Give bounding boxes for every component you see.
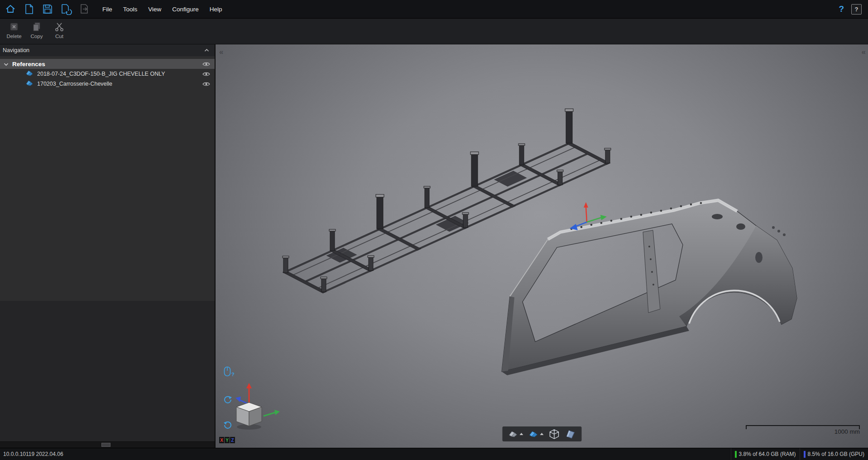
mouse-navigation-hint-button[interactable]: ? xyxy=(224,366,235,377)
application-window: File Tools View Configure Help ? ? Delet… xyxy=(0,0,868,460)
chevron-up-icon xyxy=(204,48,209,52)
scrollbar-thumb[interactable] xyxy=(101,443,110,447)
panel-collapse-button[interactable] xyxy=(204,48,209,52)
view-orientation-cube[interactable] xyxy=(231,382,281,431)
help-button[interactable]: ? xyxy=(839,4,844,14)
car-body-model[interactable] xyxy=(502,200,797,375)
menu-help[interactable]: Help xyxy=(204,0,228,19)
ram-usage-indicator: 3.8% of 64.0 GB (RAM) xyxy=(731,448,800,460)
cad-display-mode-button[interactable] xyxy=(527,430,545,439)
context-help-button[interactable]: ? xyxy=(851,4,862,15)
mesh-gray-icon xyxy=(508,431,518,438)
menu-tools[interactable]: Tools xyxy=(118,0,143,19)
menu-view[interactable]: View xyxy=(143,0,167,19)
edit-toolbar: Delete Copy Cut xyxy=(0,19,868,44)
home-icon xyxy=(5,4,16,15)
navigation-panel-header[interactable]: Navigation xyxy=(0,44,215,56)
ram-indicator-bar xyxy=(735,451,737,458)
collapse-right-panel-button[interactable]: « xyxy=(862,48,866,56)
scale-bar: 1000 mm xyxy=(746,425,860,435)
gpu-usage-indicator: 8.5% of 16.0 GB (GPU) xyxy=(800,448,868,460)
delete-button[interactable]: Delete xyxy=(3,20,25,39)
cut-button[interactable]: Cut xyxy=(48,20,71,39)
tree-group-references[interactable]: References xyxy=(0,59,215,69)
viewport-3d[interactable]: « « ? xyxy=(216,44,868,448)
axis-y-label: Y xyxy=(225,437,230,443)
mesh-display-mode-button[interactable] xyxy=(507,430,524,439)
version-text: 10.0.0.10119 2022.04.06 xyxy=(0,451,63,457)
boxed-question-icon: ? xyxy=(855,6,858,13)
menu-configure[interactable]: Configure xyxy=(167,0,204,19)
shaded-view-button[interactable] xyxy=(563,428,577,441)
save-button[interactable] xyxy=(42,3,53,15)
main-menus: File Tools View Configure Help xyxy=(97,0,228,19)
status-bar: 10.0.0.10119 2022.04.06 3.8% of 64.0 GB … xyxy=(0,448,868,460)
quick-access-toolbar xyxy=(0,3,97,15)
dropdown-caret-icon xyxy=(540,433,543,435)
visibility-eye-icon[interactable] xyxy=(202,82,210,87)
new-document-icon xyxy=(24,4,34,15)
mouse-icon xyxy=(224,366,231,377)
tree-item-jig[interactable]: 2018-07-24_C3DOF-150-B_JIG CHEVELLE ONLY xyxy=(0,69,215,79)
cut-icon xyxy=(54,20,65,33)
delete-icon xyxy=(9,20,19,33)
group-label: References xyxy=(12,61,45,68)
panel-empty-area xyxy=(0,301,215,441)
mesh-icon xyxy=(25,80,34,88)
save-icon xyxy=(42,4,53,15)
shaded-surface-icon xyxy=(565,429,575,440)
jig-model[interactable] xyxy=(283,109,611,293)
panel-horizontal-scrollbar[interactable] xyxy=(0,441,215,448)
axis-z-label: Z xyxy=(230,437,235,443)
delete-button-label: Delete xyxy=(6,34,21,39)
new-document-button[interactable] xyxy=(23,3,35,15)
gpu-usage-text: 8.5% of 16.0 GB (GPU) xyxy=(808,451,864,457)
navigation-panel-title: Navigation xyxy=(3,47,29,53)
export-icon xyxy=(79,3,91,15)
render-mode-toolbar xyxy=(502,426,581,441)
cut-button-label: Cut xyxy=(55,34,63,39)
question-mark-icon: ? xyxy=(231,372,235,377)
home-button[interactable] xyxy=(5,3,16,15)
collapse-left-panel-button[interactable]: « xyxy=(219,48,223,56)
axis-toggle-widget[interactable]: X Y Z xyxy=(219,437,235,443)
gpu-indicator-bar xyxy=(804,451,806,458)
tree-item-carrosserie[interactable]: 170203_Carrosserie-Chevelle xyxy=(0,79,215,89)
menu-bar: File Tools View Configure Help ? ? xyxy=(0,0,868,19)
wireframe-view-button[interactable] xyxy=(547,428,561,441)
export-button[interactable] xyxy=(79,3,91,15)
mesh-blue-icon xyxy=(528,431,538,438)
visibility-eye-icon[interactable] xyxy=(202,72,210,77)
copy-button[interactable]: Copy xyxy=(25,20,48,39)
axis-x-label: X xyxy=(219,437,224,443)
references-tree: References 2018-07-24_C3DOF-150-B_JIG CH… xyxy=(0,56,215,301)
menu-file[interactable]: File xyxy=(97,0,118,19)
import-icon xyxy=(60,3,72,15)
tree-item-label: 170203_Carrosserie-Chevelle xyxy=(37,81,112,87)
navigation-panel: Navigation References xyxy=(0,44,216,448)
ram-usage-text: 3.8% of 64.0 GB (RAM) xyxy=(739,451,796,457)
import-button[interactable] xyxy=(60,3,72,15)
mesh-icon xyxy=(25,70,34,78)
dropdown-caret-icon xyxy=(519,433,523,435)
question-mark-icon: ? xyxy=(839,4,844,14)
copy-button-label: Copy xyxy=(31,34,43,39)
scale-bar-line xyxy=(746,425,860,426)
expander-chevron-icon[interactable] xyxy=(4,60,9,68)
copy-icon xyxy=(31,20,42,33)
tree-item-label: 2018-07-24_C3DOF-150-B_JIG CHEVELLE ONLY xyxy=(37,71,165,77)
scale-bar-label: 1000 mm xyxy=(746,428,860,435)
scene-canvas xyxy=(216,44,868,448)
visibility-eye-icon[interactable] xyxy=(202,62,210,67)
cube-wireframe-icon xyxy=(549,429,559,440)
